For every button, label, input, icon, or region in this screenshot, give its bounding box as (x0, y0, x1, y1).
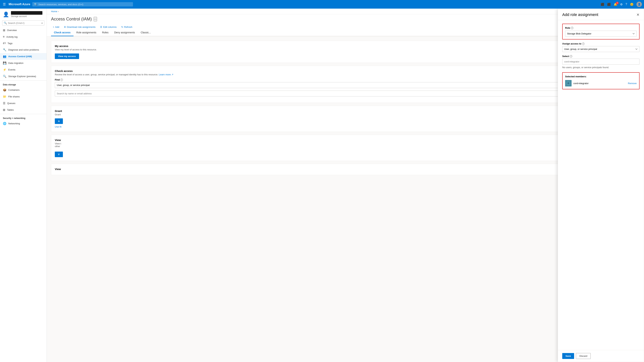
save-button[interactable]: Save (562, 353, 574, 359)
notifications-icon[interactable]: 🔔 3 (614, 3, 617, 6)
sidebar-item-tables-label: Tables (7, 109, 14, 111)
sidebar-item-networking[interactable]: 🌐 Networking (0, 120, 46, 127)
view-desc: View tother (55, 142, 636, 148)
remove-member-button[interactable]: Remove (628, 82, 637, 85)
tab-roles[interactable]: Roles (99, 29, 112, 36)
check-access-section: Check access Review the level of access … (51, 66, 640, 103)
sidebar-item-diagnose[interactable]: 🔧 Diagnose and solve problems (0, 46, 46, 53)
global-search-box[interactable]: 🔍 (32, 2, 133, 6)
panel-header: Add role assignment ✕ (558, 9, 644, 20)
add-label: Add (55, 26, 59, 28)
page-content: My access View my level of access to thi… (47, 36, 644, 362)
networking-icon: 🌐 (3, 122, 6, 125)
grant-title: Grant (55, 109, 636, 113)
sidebar-item-activity-log[interactable]: ≡ Activity log (0, 33, 46, 40)
search-form-group (55, 91, 636, 97)
add-button[interactable]: + Add (51, 25, 61, 29)
sidebar-item-diagnose-label: Diagnose and solve problems (8, 48, 39, 51)
grant-action-button[interactable]: A (55, 118, 63, 124)
my-access-section: My access View my level of access to thi… (51, 41, 640, 63)
breadcrumb: Home › (47, 8, 644, 14)
breadcrumb-separator: › (58, 10, 59, 13)
tables-icon: ⊞ (3, 108, 5, 112)
role-info-icon[interactable]: i (571, 27, 574, 29)
download-label: Download role assignments (67, 26, 96, 28)
find-form-group: Find i User, group, or service principal… (55, 78, 636, 88)
page-more-button[interactable]: ··· (94, 17, 97, 21)
sidebar-divider-datastorage (0, 80, 46, 81)
view-my-access-button[interactable]: View my access (55, 53, 79, 59)
resource-identity: 👤 ████████████████ Storage account (3, 11, 42, 17)
top-navigation: ☰ Microsoft Azure 🔍 ⬛ ⬛ 🔔 3 ⚙ ? 😊 👤 (0, 0, 644, 8)
sidebar-divider-security (0, 114, 46, 114)
toolbar: + Add ⬇ Download role assignments ☰ Edit… (51, 23, 640, 29)
main-layout: 👤 ████████████████ Storage account 🔍 « ⊞… (0, 8, 644, 362)
global-search-input[interactable] (38, 3, 131, 6)
tab-check-access[interactable]: Check access (51, 29, 74, 36)
security-nav: 🌐 Networking (0, 120, 46, 127)
sidebar-item-containers[interactable]: 📦 Containers (0, 87, 46, 93)
sidebar-item-access-control[interactable]: 👥 Access Control (IAM) (0, 53, 46, 60)
search-by-name-input[interactable] (55, 91, 636, 97)
view-action-button[interactable]: V (55, 152, 63, 157)
assign-access-label: Assign access to i (562, 42, 640, 45)
sidebar-item-queues-label: Queues (7, 102, 16, 105)
resource-name: ████████████████ (11, 11, 42, 15)
settings-icon[interactable]: ⚙ (620, 3, 622, 6)
view-title: View (55, 139, 636, 142)
sidebar-item-activity-log-label: Activity log (6, 35, 18, 38)
discard-button[interactable]: Discard (576, 353, 591, 359)
download-role-assignments-button[interactable]: ⬇ Download role assignments (62, 25, 98, 29)
sidebar-item-tags[interactable]: 🏷 Tags (0, 40, 46, 46)
sidebar-item-access-control-label: Access Control (IAM) (8, 55, 32, 58)
terminal-icon[interactable]: ⬛ (601, 3, 604, 6)
role-dropdown[interactable]: Storage Blob Delegator (565, 31, 637, 37)
add-role-assignment-panel: Add role assignment ✕ Role i Storage Blo… (558, 8, 644, 362)
sidebar-item-storage-explorer[interactable]: 🔍 Storage Explorer (preview) (0, 73, 46, 80)
find-info-icon[interactable]: i (60, 79, 63, 81)
hamburger-menu[interactable]: ☰ (2, 1, 6, 7)
svg-rect-2 (567, 82, 570, 84)
sidebar-item-file-shares[interactable]: 📁 File shares (0, 93, 46, 100)
sidebar-item-data-migration[interactable]: 💾 Data migration (0, 60, 46, 66)
tab-classic[interactable]: Classic... (138, 29, 154, 36)
check-access-description: Review the level of access a user, group… (55, 73, 636, 76)
breadcrumb-home[interactable]: Home (51, 10, 57, 13)
sidebar-item-events-label: Events (8, 68, 16, 71)
sidebar-search-box[interactable]: 🔍 « (2, 20, 44, 25)
learn-more-link[interactable]: Learn more ↗ (159, 73, 174, 76)
sidebar-search-input[interactable] (8, 22, 40, 24)
role-label: Role i (565, 26, 637, 29)
edit-columns-button[interactable]: ☰ Edit columns (98, 25, 118, 29)
refresh-label: Refresh (124, 26, 132, 28)
sidebar-item-overview-label: Overview (7, 29, 17, 31)
queues-icon: ☰ (3, 102, 6, 105)
panel-close-button[interactable]: ✕ (636, 12, 640, 17)
help-icon[interactable]: ? (626, 3, 627, 6)
edit-columns-icon: ☰ (100, 26, 102, 28)
select-input[interactable]: cord-integrator (562, 59, 640, 65)
sidebar-item-tables[interactable]: ⊞ Tables (0, 107, 46, 113)
grant-section: Grant Grant A Use th (51, 106, 640, 132)
sidebar-item-queues[interactable]: ☰ Queues (0, 100, 46, 107)
assign-access-info-icon[interactable]: i (582, 42, 584, 45)
sidebar-item-file-shares-label: File shares (8, 95, 20, 98)
sidebar-item-overview[interactable]: ⊞ Overview (0, 27, 46, 33)
cloud-shell-icon[interactable]: ⬛ (607, 3, 611, 6)
view-section-2: View (51, 164, 640, 175)
overview-icon: ⊞ (3, 28, 5, 32)
refresh-button[interactable]: ↻ Refresh (120, 25, 134, 29)
user-avatar[interactable]: 👤 (636, 1, 642, 7)
use-text: Use th (55, 125, 636, 128)
notification-badge: 3 (616, 1, 619, 4)
tags-icon: 🏷 (3, 42, 6, 45)
tab-deny-assignments[interactable]: Deny assignments (112, 29, 138, 36)
select-info-icon[interactable]: i (570, 55, 572, 58)
page-title-row: Access Control (IAM) ··· (51, 16, 640, 21)
collapse-sidebar-button[interactable]: « (41, 21, 43, 24)
tab-role-assignments[interactable]: Role assignments (74, 29, 99, 36)
find-dropdown[interactable]: User, group, or service principal Manage… (55, 82, 636, 88)
feedback-icon[interactable]: 😊 (630, 3, 634, 6)
assign-access-dropdown[interactable]: User, group, or service principal Manage… (562, 46, 640, 52)
sidebar-item-events[interactable]: ⚡ Events (0, 66, 46, 73)
